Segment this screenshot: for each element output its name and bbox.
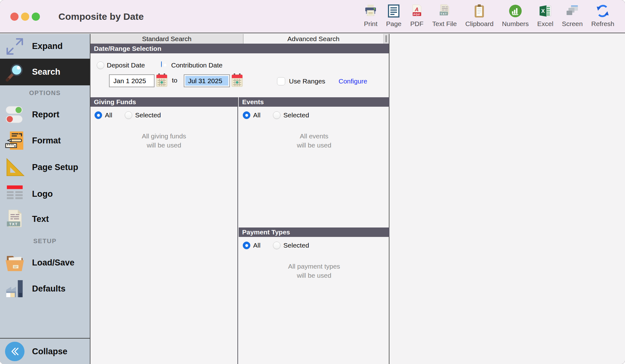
factory-icon [4,279,25,298]
events-selected-radio[interactable] [273,111,280,119]
contribution-date-radio[interactable] [161,61,162,67]
filter-panes: Giving Funds All Selected All giving fun… [90,97,389,364]
sidebar-item-label: Text [32,214,49,224]
payment-types-pane: All Selected All payment types will be u… [239,242,389,280]
text-file-icon: TXT [438,4,451,18]
tab-standard-search[interactable]: Standard Search [90,34,243,44]
sidebar-item-search[interactable]: Search [0,59,90,85]
sidebar-item-text[interactable]: TXT Text [0,208,90,230]
giving-funds-selected-radio[interactable] [125,111,132,119]
toggles-icon [4,105,25,124]
title-bar: Composite by Date Print Page APDF PDF TX… [0,0,625,33]
use-ranges-label: Use Ranges [289,77,325,85]
payment-types-all-label: All [253,242,260,249]
screen-icon [565,4,579,18]
payment-types-note: All payment types will be used [239,262,389,280]
sidebar-item-page-setup[interactable]: Page Setup [0,156,90,178]
toolbar: Print Page APDF PDF TXT Text File Clipbo… [364,4,614,28]
payment-types-header: Payment Types [239,228,389,237]
zoom-button[interactable] [32,13,40,21]
sidebar: Expand Search OPTIONS Report Format Page… [0,34,90,364]
payment-types-all-radio[interactable] [243,242,250,249]
tab-bar: Standard Search Advanced Search [90,34,389,44]
text-file-button[interactable]: TXT Text File [432,4,457,28]
deposit-date-radio[interactable] [97,62,104,69]
payment-types-radio-row: All Selected [243,242,389,249]
report-canvas [390,34,625,364]
sidebar-item-load-save[interactable]: Load/Save [0,252,90,274]
collapse-icon [4,342,25,361]
set-square-icon [4,158,25,177]
close-button[interactable] [10,13,19,21]
use-ranges-checkbox[interactable] [277,77,285,85]
excel-button[interactable]: X Excel [537,4,553,28]
giving-funds-pane: Giving Funds All Selected All giving fun… [90,97,238,364]
numbers-icon [508,4,522,18]
sidebar-item-label: Report [32,110,59,120]
sidebar-item-label: Format [32,136,61,146]
svg-text:A: A [415,7,419,13]
sidebar-item-format[interactable]: Format [0,130,90,152]
payment-types-selected-radio[interactable] [273,242,280,249]
payment-types-selected-label: Selected [283,242,309,249]
to-label: to [170,77,180,84]
window-controls [10,13,40,21]
configure-link[interactable]: Configure [339,77,367,85]
tab-advanced-search[interactable]: Advanced Search [243,34,383,44]
sidebar-item-label: Expand [32,41,63,51]
events-all-label: All [253,111,260,119]
contribution-date-label: Contribution Date [171,61,222,69]
giving-funds-all-radio[interactable] [95,111,102,119]
date-from-input[interactable] [109,74,155,87]
events-note: All events will be used [239,131,389,150]
events-radio-row: All Selected [243,111,389,119]
sidebar-section-setup: SETUP [0,238,90,245]
events-header: Events [239,97,389,107]
sidebar-divider [0,338,90,339]
sidebar-item-defaults[interactable]: Defaults [0,278,90,300]
sidebar-item-collapse[interactable]: Collapse [0,339,90,364]
sidebar-item-logo[interactable]: Logo [0,183,90,205]
calendar-to-button[interactable] [231,73,243,87]
calendar-from-button[interactable] [156,73,167,87]
giving-funds-note: All giving funds will be used [90,131,237,150]
window-title: Composite by Date [58,0,144,33]
page-button[interactable]: Page [386,4,401,28]
body-area: Expand Search OPTIONS Report Format Page… [0,34,625,364]
sidebar-item-expand[interactable]: Expand [0,34,90,59]
giving-funds-radio-row: All Selected [95,111,237,119]
print-button[interactable]: Print [364,4,378,28]
search-panel: Standard Search Advanced Search Date/Ran… [90,34,389,364]
tab-strip [383,34,389,44]
giving-funds-header: Giving Funds [90,97,237,107]
sidebar-section-options: OPTIONS [0,89,90,97]
scrollbar-thumb[interactable] [385,35,387,42]
sidebar-item-label: Collapse [32,347,68,356]
giving-funds-selected-label: Selected [135,111,161,119]
svg-text:PDF: PDF [414,13,421,16]
format-icon [4,131,25,151]
events-all-radio[interactable] [243,111,250,119]
giving-funds-all-label: All [105,111,112,119]
screen-button[interactable]: Screen [562,4,583,28]
logo-icon [4,185,25,203]
refresh-icon [596,4,610,18]
minimize-button[interactable] [21,13,29,21]
pdf-button[interactable]: APDF PDF [410,4,424,28]
right-panes: Events All Selected All events will be u… [239,97,389,364]
sidebar-item-label: Page Setup [32,163,78,172]
date-range-header: Date/Range Selection [90,44,389,53]
page-icon [387,4,401,18]
date-form: Deposit Date Contribution Date to Use Ra… [90,53,389,97]
numbers-button[interactable]: Numbers [502,4,529,28]
app-window: Composite by Date Print Page APDF PDF TX… [0,0,625,364]
date-to-input[interactable] [184,74,230,87]
refresh-button[interactable]: Refresh [591,4,614,28]
expand-icon [4,36,25,56]
txt-file-icon: TXT [4,209,25,229]
deposit-date-label: Deposit Date [107,61,145,69]
clipboard-button[interactable]: Clipboard [465,4,493,28]
folder-icon [4,254,25,272]
sidebar-item-report[interactable]: Report [0,104,90,126]
print-icon [364,4,378,18]
